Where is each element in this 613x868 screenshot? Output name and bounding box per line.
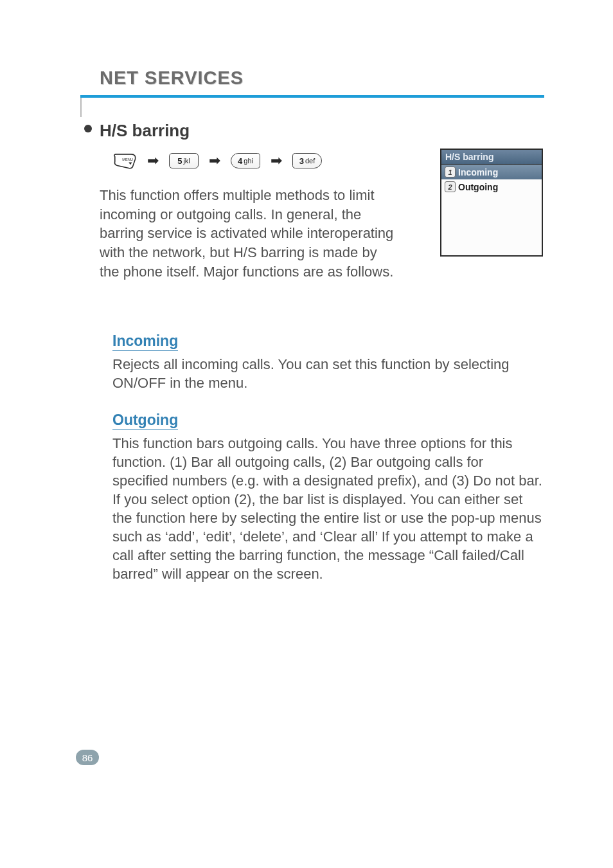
key-3-letters: def [305, 157, 315, 165]
key-3-digit: 3 [299, 156, 304, 166]
section-hs-barring: H/S barring MENU ➡ 5 jkl ➡ 4 ghi ➡ 3 [100, 121, 543, 295]
phone-screen: H/S barring 1 Incoming 2 Outgoing [440, 149, 543, 257]
key-5-letters: jkl [183, 157, 190, 165]
page: NET SERVICES H/S barring MENU ➡ 5 jkl ➡ [0, 0, 613, 868]
phone-item-outgoing: 2 Outgoing [441, 179, 542, 194]
chapter-title: NET SERVICES [100, 68, 613, 89]
intro-text: This function offers multiple methods to… [100, 186, 395, 281]
subsection-title: Incoming [112, 332, 178, 351]
section-title: H/S barring [100, 121, 543, 141]
menu-key-icon: MENU [112, 152, 137, 169]
menu-key-label: MENU [122, 158, 133, 161]
phone-item-num: 2 [445, 181, 456, 192]
key-4-letters: ghi [244, 157, 253, 165]
subsection-body: Rejects all incoming calls. You can set … [112, 355, 543, 392]
phone-item-label: Outgoing [458, 182, 498, 192]
subsection-body: This function bars outgoing calls. You h… [112, 434, 543, 583]
key-5: 5 jkl [169, 153, 199, 168]
phone-item-num: 1 [445, 167, 456, 177]
key-3: 3 def [292, 153, 322, 168]
arrow-right-icon: ➡ [209, 152, 220, 169]
header-rule-line [80, 95, 544, 98]
key-5-digit: 5 [177, 156, 182, 166]
subsection-outgoing: Outgoing This function bars outgoing cal… [112, 411, 543, 583]
phone-item-incoming: 1 Incoming [441, 165, 542, 179]
arrow-right-icon: ➡ [147, 152, 159, 169]
intro-block: This function offers multiple methods to… [100, 186, 543, 295]
subsection-title: Outgoing [112, 411, 178, 430]
bullet-dot-icon [84, 125, 92, 132]
key-4: 4 ghi [231, 153, 260, 168]
chapter-header: NET SERVICES [0, 0, 613, 98]
phone-item-label: Incoming [458, 167, 498, 177]
phone-screen-title: H/S barring [441, 150, 542, 165]
header-rule [80, 95, 544, 98]
subsection-incoming: Incoming Rejects all incoming calls. You… [112, 332, 543, 392]
page-number: 86 [76, 750, 99, 765]
arrow-right-icon: ➡ [271, 152, 282, 169]
key-4-digit: 4 [238, 156, 242, 166]
header-rule-stub [80, 98, 82, 117]
